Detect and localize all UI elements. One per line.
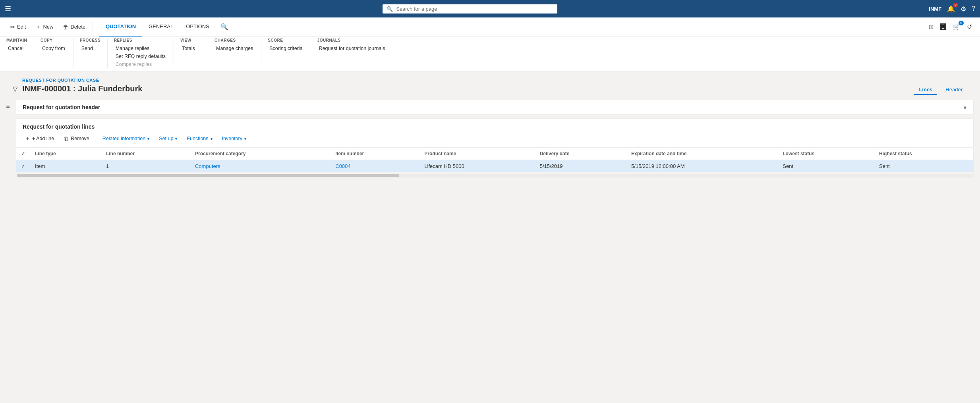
ribbon-group-process-label: PROCESS	[80, 38, 101, 42]
col-procurement-category: Procurement category	[190, 148, 331, 160]
page-title-area: REQUEST FOR QUOTATION CASE INMF-000001 :…	[22, 78, 142, 93]
toolbar-tabs: QUOTATION GENERAL OPTIONS	[99, 17, 216, 37]
table-row[interactable]: ✓ Item 1 Computers C0004 Lifecam HD 5000…	[16, 160, 973, 173]
ribbon-manage-replies[interactable]: Manage replies	[114, 45, 167, 52]
row-procurement-category[interactable]: Computers	[190, 160, 331, 173]
row-highest-status: Sent	[874, 160, 973, 173]
ribbon-scoring-criteria[interactable]: Scoring criteria	[268, 45, 304, 52]
toolbar-right-icons: ⊞ 🅾 🛒 0 ↺	[927, 21, 974, 32]
row-line-type: Item	[30, 160, 101, 173]
col-line-number: Line number	[101, 148, 190, 160]
tab-options[interactable]: OPTIONS	[180, 17, 216, 37]
filter-icon[interactable]: ▽	[13, 85, 17, 93]
help-icon[interactable]: ?	[972, 5, 975, 12]
ribbon-cancel[interactable]: Cancel	[6, 45, 27, 52]
side-navigation: ≡	[0, 100, 16, 184]
toolbar-search-button[interactable]: 🔍	[220, 23, 228, 31]
search-input[interactable]	[396, 6, 553, 12]
view-tab-header[interactable]: Header	[941, 85, 967, 95]
hamburger-icon[interactable]: ☰	[5, 4, 11, 13]
table-toolbar: ＋ + Add line 🗑 Remove Related informatio…	[16, 130, 973, 148]
ribbon-copy-from[interactable]: Copy from	[41, 45, 67, 52]
col-lowest-status: Lowest status	[778, 148, 874, 160]
ribbon-view-items: Totals	[180, 45, 201, 52]
inventory-button[interactable]: Inventory ▾	[218, 134, 250, 143]
scrollbar-thumb	[17, 174, 399, 177]
ribbon-journals-items: Request for quotation journals	[317, 45, 387, 52]
cart-badge: 0	[959, 21, 964, 25]
add-line-button[interactable]: ＋ + Add line	[21, 133, 58, 144]
tab-general[interactable]: GENERAL	[142, 17, 180, 37]
set-up-button[interactable]: Set up ▾	[155, 134, 181, 143]
new-button[interactable]: ＋ New	[31, 21, 57, 33]
page-header: ▽ REQUEST FOR QUOTATION CASE INMF-000001…	[0, 71, 980, 100]
grid-icon[interactable]: ⊞	[927, 21, 935, 32]
ribbon-group-process: PROCESS Send	[80, 38, 108, 68]
row-expiration-date-time: 5/15/2019 12:00:00 AM	[626, 160, 778, 173]
page-header-left: ▽ REQUEST FOR QUOTATION CASE INMF-000001…	[13, 78, 142, 93]
content-area: Request for quotation header ∨ Request f…	[16, 100, 980, 184]
col-highest-status: Highest status	[874, 148, 973, 160]
ribbon-group-journals-label: JOURNALS	[317, 38, 387, 42]
inventory-arrow: ▾	[244, 137, 246, 141]
ribbon-totals[interactable]: Totals	[180, 45, 201, 52]
main-content: ▽ REQUEST FOR QUOTATION CASE INMF-000001…	[0, 71, 980, 184]
top-navigation: ☰ 🔍 INMF 🔔 2 ⚙ ?	[0, 0, 980, 17]
nav-right: INMF 🔔 2 ⚙ ?	[929, 5, 975, 13]
ribbon-group-score-label: SCORE	[268, 38, 304, 42]
cart-icon[interactable]: 🛒 0	[951, 21, 962, 32]
ribbon-set-rfq-reply-defaults[interactable]: Set RFQ reply defaults	[114, 53, 167, 60]
horizontal-scrollbar[interactable]	[16, 173, 973, 177]
user-label[interactable]: INMF	[929, 6, 941, 12]
table-header: ✓ Line type Line number Procurement cate…	[16, 148, 973, 160]
ribbon-maintain-items: Cancel	[6, 45, 27, 52]
ribbon-charges-items: Manage charges	[215, 45, 255, 52]
delete-button[interactable]: 🗑 Delete	[59, 21, 89, 33]
ribbon-score-items: Scoring criteria	[268, 45, 304, 52]
ribbon-send[interactable]: Send	[80, 45, 101, 52]
ribbon-manage-charges[interactable]: Manage charges	[215, 45, 255, 52]
remove-button[interactable]: 🗑 Remove	[60, 134, 93, 144]
row-item-number[interactable]: C0004	[331, 160, 419, 173]
ribbon-process-items: Send	[80, 45, 101, 52]
ribbon-group-replies: REPLIES Manage replies Set RFQ reply def…	[114, 38, 174, 68]
notification-icon[interactable]: 🔔 2	[947, 5, 955, 13]
trash-icon: 🗑	[64, 136, 69, 142]
edit-button[interactable]: ✏ Edit	[6, 21, 30, 33]
check-icon: ✓	[21, 163, 25, 169]
ribbon-group-copy-label: COPY	[41, 38, 67, 42]
col-expiration-date-time: Expiration date and time	[626, 148, 778, 160]
table-toolbar-sep-1	[96, 135, 96, 143]
toolbar: ✏ Edit ＋ New 🗑 Delete QUOTATION GENERAL …	[0, 17, 980, 37]
functions-button[interactable]: Functions ▾	[183, 134, 216, 143]
related-information-button[interactable]: Related information ▾	[99, 134, 153, 143]
ribbon-group-score: SCORE Scoring criteria	[268, 38, 311, 68]
rfq-header-section-header[interactable]: Request for quotation header ∨	[16, 100, 973, 115]
lines-table: ✓ Line type Line number Procurement cate…	[16, 148, 973, 173]
settings-icon[interactable]: ⚙	[961, 5, 966, 13]
table-scroll-wrapper: ✓ Line type Line number Procurement cate…	[16, 148, 973, 173]
col-delivery-date: Delivery date	[535, 148, 626, 160]
delete-icon: 🗑	[63, 24, 68, 30]
ribbon: MAINTAIN Cancel COPY Copy from PROCESS S…	[0, 37, 980, 71]
ribbon-rfq-journals[interactable]: Request for quotation journals	[317, 45, 387, 52]
refresh-icon[interactable]: ↺	[965, 21, 974, 32]
row-line-number: 1	[101, 160, 190, 173]
rfq-header-section-toggle[interactable]: ∨	[963, 104, 967, 110]
scrollbar-track	[17, 174, 972, 177]
office-icon[interactable]: 🅾	[938, 22, 948, 32]
tab-quotation[interactable]: QUOTATION	[99, 17, 142, 37]
related-info-arrow: ▾	[147, 137, 149, 141]
notification-badge: 2	[953, 3, 958, 8]
nav-left: ☰	[5, 4, 11, 13]
view-tab-lines[interactable]: Lines	[914, 85, 937, 95]
row-lowest-status: Sent	[778, 160, 874, 173]
page-title: INMF-000001 : Julia Funderburk	[22, 84, 142, 93]
side-menu-icon[interactable]: ≡	[6, 103, 10, 110]
ribbon-group-charges-label: CHARGES	[215, 38, 255, 42]
rfq-lines-section: Request for quotation lines ＋ + Add line…	[16, 118, 974, 178]
row-check: ✓	[16, 160, 30, 173]
add-icon: ＋	[25, 135, 30, 142]
ribbon-group-maintain-label: MAINTAIN	[6, 38, 27, 42]
new-icon: ＋	[35, 23, 41, 31]
